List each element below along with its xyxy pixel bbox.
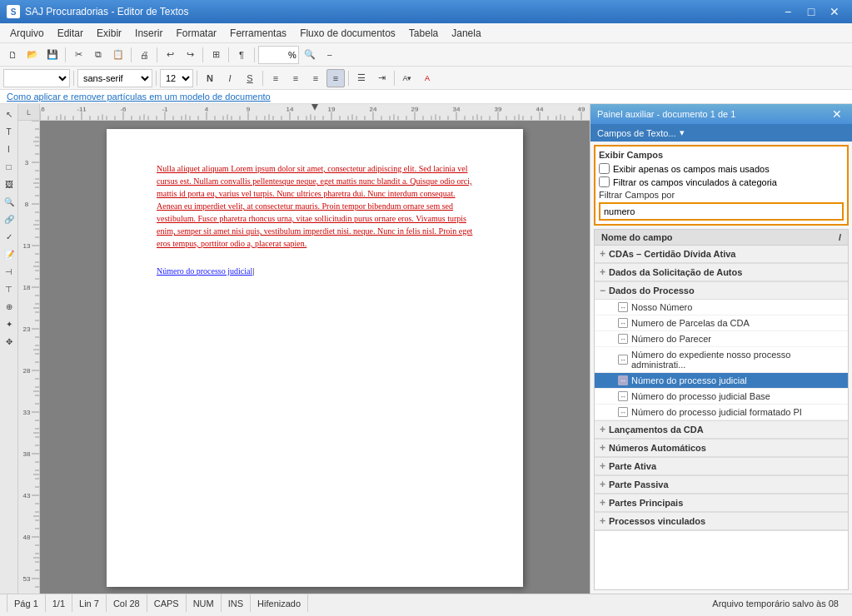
field-numero-parecer[interactable]: ↔ Número do Parecer [595,331,848,347]
group-lancamentos-header[interactable]: + Lançamentos da CDA [595,421,848,439]
campos-title: Exibir Campos [599,150,844,160]
field-icon-5: ↔ [618,375,628,385]
tool-image[interactable]: 🖼 [1,176,17,192]
field-nosso-numero[interactable]: ↔ Nosso Número [595,300,848,315]
menu-exibir[interactable]: Exibir [90,23,128,42]
redo-btn[interactable]: ↪ [181,46,199,64]
field-numero-processo-judicial-label: Número do processo judicial [631,375,747,385]
group-numeros-auto-header[interactable]: + Números Automáticos [595,440,848,457]
field-icon-3: ↔ [618,334,628,344]
check1-input[interactable] [599,163,610,174]
zoom-search-btn[interactable]: 🔍 [301,46,319,64]
status-ins[interactable]: INS [222,594,251,612]
ruler-horizontal: L [18,104,590,121]
menu-bar: Arquivo Editar Exibir Inserir Formatar F… [0,23,852,43]
table-btn[interactable]: ⊞ [207,46,225,64]
document-scroll[interactable]: Nulla aliquet aliquam Lorem ipsum dolor … [40,121,590,594]
tool-ruler-h[interactable]: ⊣ [1,263,17,280]
copy-btn[interactable]: ⧉ [89,46,107,64]
status-pages: 1/1 [46,594,72,612]
tool-zoom[interactable]: ⊕ [1,298,17,315]
pilcrow-btn[interactable]: ¶ [232,46,251,64]
tool-text[interactable]: T [1,123,17,140]
paste-btn[interactable]: 📋 [109,46,127,64]
side-panel-close-btn[interactable]: ✕ [829,107,845,121]
fields-header: Nome do campo / [595,230,848,246]
field-numero-processo-judicial[interactable]: ↔ Número do processo judicial [595,373,848,389]
undo-btn[interactable]: ↩ [161,46,179,64]
tool-search[interactable]: 🔍 [1,193,17,210]
zoom-box[interactable]: 85 % [258,46,299,64]
group-parte-ativa-header[interactable]: + Parte Ativa [595,458,848,475]
tool-note[interactable]: 📝 [1,246,17,262]
menu-arquivo[interactable]: Arquivo [3,23,51,42]
field-numero-processo-pi[interactable]: ↔ Número do processo judicial formatado … [595,405,848,420]
indent-btn[interactable]: ⇥ [372,69,391,87]
minimize-button[interactable]: − [777,3,799,20]
field-icon-2: ↔ [618,318,628,328]
tool-cursor[interactable]: I [1,141,17,157]
font-size-select[interactable]: 12 [160,69,193,87]
info-bar[interactable]: Como aplicar e remover partículas em um … [0,90,852,104]
tool-extra[interactable]: ✦ [1,315,17,332]
menu-editar[interactable]: Editar [51,23,90,42]
italic-btn[interactable]: I [221,69,239,87]
paragraph-style-select[interactable] [3,69,70,87]
menu-janela[interactable]: Janela [445,23,487,42]
zoom-input[interactable]: 85 [259,50,288,60]
font-family-select[interactable]: sans-serif [77,69,152,87]
list-btn[interactable]: ☰ [352,69,371,87]
group-partes-principais-header[interactable]: + Partes Principais [595,494,848,512]
new-btn[interactable]: 🗋 [3,46,22,64]
tool-pointer[interactable]: ✥ [1,333,17,350]
maximize-button[interactable]: □ [800,3,822,20]
title-bar: S SAJ Procuradorias - Editor de Textos −… [0,0,852,23]
group-parte-passiva-header[interactable]: + Parte Passiva [595,476,848,494]
underline-btn[interactable]: S [241,69,259,87]
tool-link[interactable]: 🔗 [1,211,17,227]
align-center-btn[interactable]: ≡ [286,69,305,87]
print-btn[interactable]: 🖨 [135,46,153,64]
font-color-btn[interactable]: A [418,69,436,87]
group-parte-ativa: + Parte Ativa [595,458,848,476]
tool-ruler-v[interactable]: ⊤ [1,281,17,297]
plus-icon: + [600,248,605,260]
tool-arrow[interactable]: ↖ [1,106,17,122]
group-cdas-header[interactable]: + CDAs – Certidão Dívida Ativa [595,246,848,263]
vertical-ruler-canvas [18,121,40,594]
bold-btn[interactable]: N [201,69,219,87]
align-right-btn[interactable]: ≡ [306,69,325,87]
status-num[interactable]: NUM [187,594,222,612]
tool-box[interactable]: □ [1,158,17,175]
plus-icon-7: + [600,497,605,509]
group-processo-header[interactable]: − Dados do Processo [595,282,848,300]
cut-btn[interactable]: ✂ [69,46,87,64]
document-page[interactable]: Nulla aliquet aliquam Lorem ipsum dolor … [107,129,523,587]
close-button[interactable]: ✕ [824,3,845,20]
zoom-out-btn[interactable]: − [321,46,339,64]
field-parcelas-cda[interactable]: ↔ Numero de Parcelas da CDA [595,315,848,331]
status-caps[interactable]: CAPS [147,594,187,612]
align-left-btn[interactable]: ≡ [267,69,285,87]
save-btn[interactable]: 💾 [43,46,62,64]
group-solicitacao-header[interactable]: + Dados da Solicitação de Autos [595,264,848,281]
doc-field-link: Número do processo judicial [157,266,473,276]
highlight-btn[interactable]: A▾ [398,69,416,87]
open-btn[interactable]: 📂 [23,46,42,64]
menu-fluxo[interactable]: Fluxo de documentos [293,23,402,42]
menu-inserir[interactable]: Inserir [128,23,169,42]
tool-spell[interactable]: ✓ [1,228,17,245]
field-numero-expediente[interactable]: ↔ Número do expediente nosso processo ad… [595,347,848,373]
plus-icon-6: + [600,479,605,490]
group-processos-vinculados-header[interactable]: + Processos vinculados [595,513,848,530]
campos-dropdown-btn[interactable]: Campos de Texto... ▾ [597,127,685,138]
field-numero-processo-base[interactable]: ↔ Número do processo judicial Base [595,389,848,405]
filter-input[interactable] [599,202,844,221]
menu-formatar[interactable]: Formatar [169,23,223,42]
ruler-vertical [18,121,40,594]
menu-tabela[interactable]: Tabela [402,23,445,42]
group-solicitacao: + Dados da Solicitação de Autos [595,264,848,282]
check2-input[interactable] [599,176,610,187]
menu-ferramentas[interactable]: Ferramentas [223,23,293,42]
align-justify-btn[interactable]: ≡ [326,69,345,87]
